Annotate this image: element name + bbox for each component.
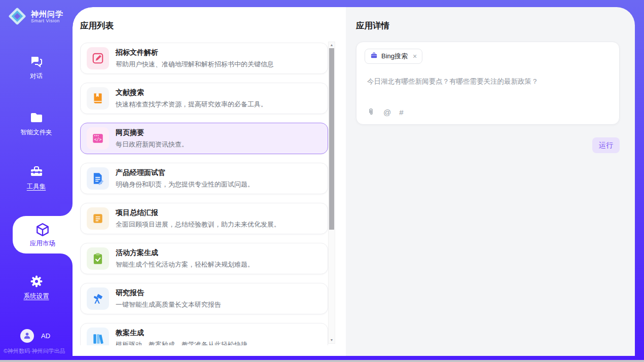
app-detail-title: 应用详情 <box>356 20 389 31</box>
book-icon <box>87 87 109 110</box>
app-description: 模板驱动，教案秒成，教学准备从此轻松快捷 <box>116 340 247 346</box>
sidebar-item-label: 应用市场 <box>30 239 55 248</box>
cube-icon <box>35 222 50 237</box>
app-name: 产品经理面试官 <box>116 168 254 177</box>
toolbox-icon <box>0 165 73 179</box>
app-name: 教案生成 <box>116 329 247 338</box>
app-card[interactable]: 研究报告 一键智能生成高质量长文本研究报告 <box>80 283 328 314</box>
brand-logo: 神州问学 Smart Vision <box>7 6 63 26</box>
app-list: 招标文件解析 帮助用户快速、准确地理解和解析招标书中的关键信息 文献搜索 快速精… <box>80 43 328 345</box>
app-name: 文献搜索 <box>116 88 267 97</box>
run-button[interactable]: 运行 <box>592 137 620 153</box>
sidebar-item-app-market-active[interactable]: 应用市场 <box>13 216 73 254</box>
user-account[interactable]: AD <box>20 329 50 343</box>
app-list-title: 应用列表 <box>80 20 114 31</box>
briefcase-icon <box>370 52 378 61</box>
plugin-tag-label: Bing搜索 <box>381 52 408 61</box>
sidebar-item-smart-folder[interactable]: 智能文件夹 <box>0 111 73 137</box>
sidebar-item-system-settings[interactable]: 系统设置 <box>0 274 73 301</box>
sidebar-item-chat[interactable]: 对话 <box>0 54 73 81</box>
sidebar: 神州问学 Smart Vision 对话 智能文件夹 工具集 应用市场 系统设置… <box>0 0 73 362</box>
paperclip-icon[interactable] <box>367 108 375 117</box>
app-description: 快速精准查找学术资源，提高研究效率的必备工具。 <box>116 100 267 109</box>
copyright-text: ©神州数码·神州问学出品 <box>4 347 65 355</box>
avatar <box>20 329 34 343</box>
folder-icon <box>0 111 73 125</box>
sidebar-item-label: 工具集 <box>0 183 73 191</box>
app-list-panel: 应用列表 招标文件解析 帮助用户快速、准确地理解和解析招标书中的关键信息 文献搜… <box>73 7 346 356</box>
sidebar-item-toolset[interactable]: 工具集 <box>0 165 73 191</box>
sidebar-item-label: 对话 <box>0 72 73 81</box>
scrollbar-up-arrow-icon[interactable]: ▲ <box>329 42 335 48</box>
app-description: 一键智能生成高质量长文本研究报告 <box>116 300 221 309</box>
app-card[interactable]: 文献搜索 快速精准查找学术资源，提高研究效率的必备工具。 <box>80 83 328 114</box>
app-name: 招标文件解析 <box>116 48 274 57</box>
plugin-tag-close-icon[interactable]: × <box>413 53 417 60</box>
app-name: 网页摘要 <box>116 128 188 137</box>
brand-diamond-icon <box>7 6 27 26</box>
app-card[interactable]: 活动方案生成 智能生成个性化活动方案，轻松解决规划难题。 <box>80 243 328 274</box>
app-card[interactable]: </> 网页摘要 每日政府新闻资讯快查。 <box>80 123 328 154</box>
hash-icon[interactable]: # <box>399 108 403 117</box>
scrollbar-thumb[interactable] <box>329 48 334 230</box>
query-input[interactable]: 今日湖北有哪些新闻要点？有哪些需要关注的最新政策？ <box>367 77 611 86</box>
books-icon <box>87 328 109 345</box>
prompt-editor[interactable]: Bing搜索 × 今日湖北有哪些新闻要点？有哪些需要关注的最新政策？ @ # <box>356 42 620 125</box>
sidebar-item-label: 智能文件夹 <box>0 128 73 137</box>
plugin-tag-bing-search[interactable]: Bing搜索 × <box>365 49 422 64</box>
user-initials: AD <box>41 332 50 340</box>
app-card[interactable]: 招标文件解析 帮助用户快速、准确地理解和解析招标书中的关键信息 <box>80 43 328 74</box>
content-area: 应用列表 招标文件解析 帮助用户快速、准确地理解和解析招标书中的关键信息 文献搜… <box>73 7 635 356</box>
app-detail-panel: 应用详情 Bing搜索 × 今日湖北有哪些新闻要点？有哪些需要关注的最新政策？ … <box>346 7 635 356</box>
app-description: 帮助用户快速、准确地理解和解析招标书中的关键信息 <box>116 60 274 69</box>
app-name: 研究报告 <box>116 288 221 298</box>
mention-icon[interactable]: @ <box>383 108 391 117</box>
app-name: 项目总结汇报 <box>116 208 280 218</box>
app-name: 活动方案生成 <box>116 248 254 258</box>
sidebar-item-label: 系统设置 <box>0 292 73 301</box>
gear-icon <box>0 274 73 288</box>
app-card[interactable]: 教案生成 模板驱动，教案秒成，教学准备从此轻松快捷 <box>80 323 328 345</box>
app-description: 每日政府新闻资讯快查。 <box>116 140 188 149</box>
app-description: 智能生成个性化活动方案，轻松解决规划难题。 <box>116 260 254 269</box>
app-list-scrollbar[interactable]: ▲ ▼ <box>328 42 335 344</box>
app-description: 全面回顾项目进展，总结经验教训，助力未来优化发展。 <box>116 220 280 229</box>
browser-code-icon: </> <box>87 127 109 150</box>
brand-name: 神州问学 <box>31 10 63 18</box>
note-icon <box>87 207 109 230</box>
app-card[interactable]: 产品经理面试官 明确身份和职责，为您提供专业性的面试问题。 <box>80 163 328 194</box>
research-icon <box>87 287 109 310</box>
user-avatar-icon <box>23 331 31 341</box>
clipboard-check-icon <box>87 247 109 270</box>
app-description: 明确身份和职责，为您提供专业性的面试问题。 <box>116 180 254 189</box>
edit-square-icon <box>87 47 109 69</box>
brand-tagline: Smart Vision <box>31 18 63 23</box>
chat-icon <box>0 54 73 68</box>
bottom-strip <box>0 360 644 362</box>
app-card[interactable]: 项目总结汇报 全面回顾项目进展，总结经验教训，助力未来优化发展。 <box>80 203 328 234</box>
scrollbar-down-arrow-icon[interactable]: ▼ <box>329 337 335 343</box>
doc-pen-icon <box>87 167 109 190</box>
svg-text:</>: </> <box>94 137 102 142</box>
